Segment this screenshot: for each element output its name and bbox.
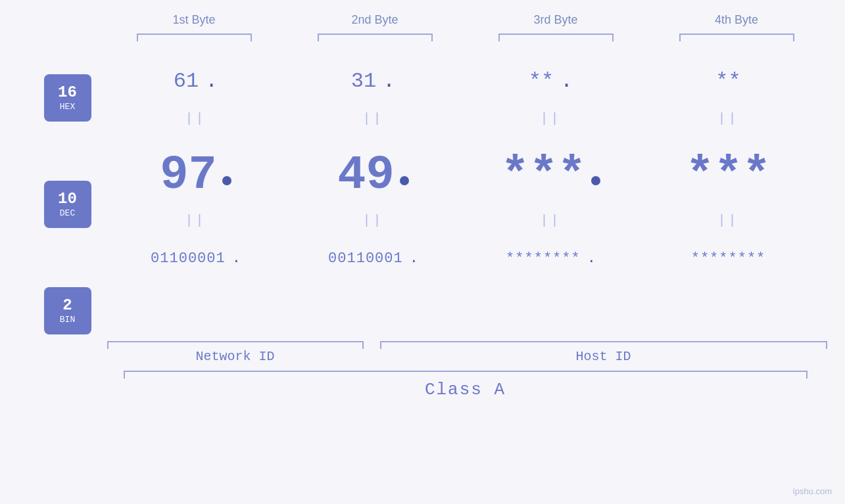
hex-val-2: 31 (351, 69, 376, 93)
hex-badge-label: HEX (60, 102, 75, 112)
bin-val-2: 00110001 (328, 250, 403, 267)
equals-row-2: || || || || (107, 209, 817, 232)
dec-dot-1 (222, 176, 231, 185)
class-section: Class A (104, 371, 827, 400)
network-bracket-line (107, 341, 364, 342)
hex-dot-1: . (205, 69, 218, 93)
dec-cell-3: *** (475, 149, 627, 202)
dec-dot-2 (400, 176, 409, 185)
bin-val-3: ******** (506, 250, 581, 267)
dec-cell-1: 97 (120, 149, 272, 202)
header-row: 1st Byte 2nd Byte 3rd Byte 4th Byte (104, 13, 827, 27)
byte-label-1: 1st Byte (128, 13, 260, 27)
dec-val-2: 49 (337, 149, 394, 202)
eq2-2: || (298, 213, 449, 228)
eq2-4: || (653, 213, 804, 228)
hex-dot-2: . (383, 69, 395, 93)
eq-4: || (653, 111, 804, 126)
network-id-label: Network ID (107, 349, 364, 364)
bin-badge: 2 BIN (44, 287, 91, 334)
bin-cell-3: ******** . (475, 250, 627, 267)
hex-badge-num: 16 (58, 85, 77, 101)
eq2-3: || (475, 213, 627, 228)
bin-badge-num: 2 (62, 298, 72, 313)
bracket-4 (679, 34, 794, 35)
badges-column: 16 HEX 10 DEC 2 BIN (28, 55, 107, 334)
bin-dot-3: . (587, 250, 596, 267)
equals-row-1: || || || || (107, 107, 817, 130)
host-bracket-line (380, 341, 827, 342)
watermark: ipshu.com (793, 486, 832, 496)
class-outer-line (124, 371, 808, 372)
dec-badge-label: DEC (60, 208, 75, 218)
hex-cell-3: ** . (475, 69, 627, 93)
bracket-2 (318, 34, 433, 35)
network-bracket: Network ID (104, 341, 380, 364)
hex-val-3: ** (529, 69, 554, 93)
eq-1: || (120, 111, 272, 126)
dec-val-3: *** (501, 149, 587, 202)
dec-val-1: 97 (160, 149, 216, 202)
class-label: Class A (104, 380, 827, 400)
bracket-lines (104, 34, 827, 35)
bin-val-4: ******** (691, 250, 766, 267)
bottom-brackets-area: Network ID Host ID (104, 341, 827, 364)
host-id-label: Host ID (380, 349, 827, 364)
bin-val-1: 01100001 (151, 250, 226, 267)
dec-dot-3 (591, 176, 600, 185)
bracket-3 (498, 34, 614, 35)
byte-label-4: 4th Byte (671, 13, 802, 27)
hex-cell-1: 61 . (120, 69, 272, 93)
main-area: 16 HEX 10 DEC 2 BIN 61 . 31 (28, 55, 817, 334)
hex-val-4: ** (715, 69, 740, 93)
eq-2: || (298, 111, 449, 126)
main-container: 1st Byte 2nd Byte 3rd Byte 4th Byte 16 H… (0, 0, 845, 504)
bin-badge-label: BIN (60, 315, 75, 325)
bin-row: 01100001 . 00110001 . ******** . *******… (107, 232, 817, 285)
bracket-1 (137, 34, 252, 35)
bin-cell-1: 01100001 . (120, 250, 272, 267)
bin-dot-2: . (410, 250, 418, 267)
eq2-1: || (120, 213, 272, 228)
bin-cell-2: 00110001 . (298, 250, 449, 267)
hex-row: 61 . 31 . ** . ** (107, 55, 817, 107)
bin-cell-4: ******** (653, 250, 804, 267)
bin-dot-1: . (232, 250, 241, 267)
host-bracket: Host ID (380, 341, 827, 364)
hex-badge: 16 HEX (44, 74, 91, 122)
dec-row: 97 49 *** *** (107, 130, 817, 209)
byte-label-2: 2nd Byte (309, 13, 441, 27)
hex-val-1: 61 (174, 69, 199, 93)
dec-val-4: *** (686, 149, 771, 202)
byte-label-3: 3rd Byte (490, 13, 621, 27)
hex-dot-3: . (560, 69, 573, 93)
hex-cell-2: 31 . (298, 69, 449, 93)
dec-cell-4: *** (653, 149, 804, 202)
dec-badge: 10 DEC (44, 181, 91, 228)
values-grid: 61 . 31 . ** . ** || || || (107, 55, 817, 285)
eq-3: || (475, 111, 627, 126)
hex-cell-4: ** (653, 69, 804, 93)
dec-badge-num: 10 (58, 191, 77, 207)
dec-cell-2: 49 (298, 149, 449, 202)
